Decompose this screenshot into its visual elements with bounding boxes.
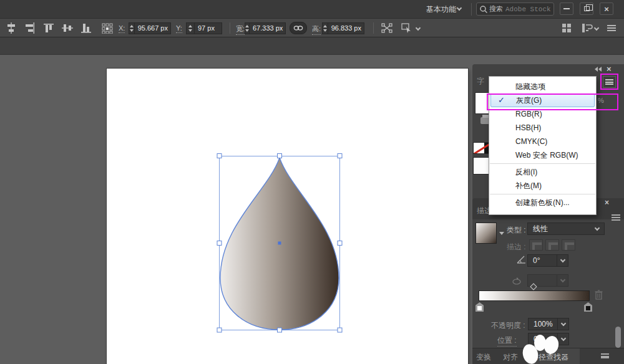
collapse-panel-icon[interactable] <box>595 67 602 72</box>
delete-stop-icon <box>594 289 603 300</box>
restore-button[interactable] <box>580 2 593 15</box>
y-label: Y: <box>176 24 182 33</box>
panel-group-close-icon[interactable]: × <box>605 198 609 207</box>
gray-percent-symbol: % <box>598 97 604 104</box>
y-stepper[interactable] <box>187 23 195 34</box>
gradient-angle-input[interactable]: 0° <box>527 254 557 267</box>
position-label: 位置 : <box>497 335 517 347</box>
illustrator-window: 基本功能 搜索 Adobe Stock × X: 95.667 px Y: <box>0 0 624 364</box>
x-value: 95.667 px <box>135 23 170 34</box>
constrain-proportions-button[interactable] <box>290 22 307 34</box>
align-horizontal-center-icon[interactable] <box>61 22 74 34</box>
gradient-aspect-dropdown <box>557 274 568 287</box>
menu-item-hide-options[interactable]: 隐藏选项 <box>489 80 596 93</box>
bottom-panel-menu-icon[interactable] <box>601 353 609 358</box>
angle-icon <box>517 255 526 264</box>
arrange-documents-icon[interactable] <box>560 22 573 34</box>
reference-point-icon[interactable] <box>101 22 114 34</box>
align-right-icon[interactable] <box>24 22 36 34</box>
color-panel-tab-partial[interactable]: 字 <box>477 76 484 87</box>
opacity-value: 100% <box>534 320 553 328</box>
stroke-within-button[interactable] <box>529 239 543 251</box>
stroke-along-button[interactable] <box>545 239 559 251</box>
x-label: X: <box>119 24 125 33</box>
panel-options-icon[interactable] <box>580 22 593 34</box>
height-value: 96.833 px <box>328 23 364 34</box>
menu-item-cmyk[interactable]: CMYK(C) <box>489 135 596 148</box>
white-color-swatch[interactable] <box>473 157 490 175</box>
align-bottom-icon[interactable] <box>80 22 92 34</box>
menu-item-rgb[interactable]: RGB(R) <box>489 107 596 121</box>
align-vertical-center-icon[interactable] <box>5 22 17 34</box>
type-label: 类型 : <box>507 225 526 236</box>
minimize-button[interactable] <box>560 2 573 15</box>
opacity-input[interactable]: 100% <box>528 318 558 330</box>
gradient-swatch-chevron-icon[interactable] <box>499 232 504 235</box>
aspect-ratio-icon <box>510 277 523 285</box>
gradient-angle-value: 0° <box>533 256 540 265</box>
select-behavior-icon[interactable] <box>400 22 412 34</box>
hamburger-icon <box>605 79 613 85</box>
chevron-down-icon[interactable] <box>416 26 421 31</box>
chevron-down-icon <box>457 6 462 11</box>
gradient-angle-dropdown[interactable] <box>557 254 568 267</box>
width-value: 67.333 px <box>250 23 285 34</box>
minimize-icon <box>563 8 570 9</box>
title-bar: 基本功能 搜索 Adobe Stock × <box>0 0 624 19</box>
close-button[interactable]: × <box>600 2 613 15</box>
gradient-type-value: 线性 <box>533 224 548 234</box>
scrollbar-thumb[interactable] <box>615 327 621 348</box>
height-label: 高: <box>312 24 321 35</box>
panel-close-icon[interactable]: × <box>607 64 612 74</box>
artboard[interactable] <box>107 69 468 364</box>
search-icon <box>479 5 488 14</box>
x-input[interactable]: 95.667 px <box>129 22 171 34</box>
workspace-switcher[interactable]: 基本功能 <box>426 4 456 15</box>
menu-item-grayscale[interactable]: ✓ 灰度(G) <box>490 93 595 107</box>
menu-separator <box>490 194 595 194</box>
height-input[interactable]: 96.833 px <box>322 22 364 34</box>
chevron-down-icon[interactable] <box>594 26 599 31</box>
link-icon <box>293 25 303 31</box>
chevron-down-icon <box>595 225 600 230</box>
tab-align[interactable]: 对齐 <box>503 352 518 363</box>
check-icon: ✓ <box>498 94 505 107</box>
y-input[interactable]: 97 px <box>186 22 222 34</box>
position-dropdown[interactable] <box>558 333 569 345</box>
color-panel-menu-button[interactable] <box>603 76 616 88</box>
restore-icon <box>584 6 590 11</box>
align-top-icon[interactable] <box>42 22 55 34</box>
stroke-across-button[interactable] <box>562 239 575 251</box>
menu-item-web-safe-rgb[interactable]: Web 安全 RGB(W) <box>489 148 596 162</box>
tab-transform[interactable]: 变换 <box>476 352 491 363</box>
menu-item-invert[interactable]: 反相(I) <box>489 165 596 179</box>
stroke-label: 描边 : <box>507 242 526 252</box>
menu-item-create-new-swatch[interactable]: 创建新色板(N)... <box>489 196 596 209</box>
close-icon: × <box>604 4 609 14</box>
menu-item-hsb[interactable]: HSB(H) <box>489 121 596 135</box>
opacity-label: 不透明度 : <box>491 320 525 331</box>
divider <box>373 22 374 34</box>
width-input[interactable]: 67.333 px <box>245 22 286 34</box>
opacity-dropdown[interactable] <box>558 318 569 330</box>
divider <box>230 22 230 34</box>
control-bar: X: 95.667 px Y: 97 px 宽: 67.333 px 高: 96… <box>0 19 624 37</box>
divider <box>471 3 472 16</box>
y-value: 97 px <box>195 23 217 34</box>
x-stepper[interactable] <box>129 23 135 34</box>
search-label: 搜索 <box>489 4 503 14</box>
menu-separator <box>490 163 595 164</box>
gradient-preview-swatch[interactable] <box>475 223 497 244</box>
menu-item-complement[interactable]: 补色(M) <box>489 179 596 193</box>
gradient-type-select[interactable]: 线性 <box>527 223 605 235</box>
color-panel-flyout-menu: 隐藏选项 ✓ 灰度(G) RGB(R) HSB(H) CMYK(C) Web 安… <box>489 76 597 215</box>
search-placeholder: Adobe Stock <box>505 6 551 13</box>
search-input[interactable]: 搜索 Adobe Stock <box>476 2 554 16</box>
gradient-slider-bar[interactable] <box>479 290 590 301</box>
width-label: 宽: <box>236 24 245 35</box>
width-stepper[interactable] <box>245 23 250 34</box>
menu-list-icon[interactable] <box>605 22 618 34</box>
scale-tool-icon[interactable] <box>381 22 393 34</box>
height-stepper[interactable] <box>323 23 328 34</box>
gradient-panel-menu-icon[interactable] <box>612 214 620 221</box>
